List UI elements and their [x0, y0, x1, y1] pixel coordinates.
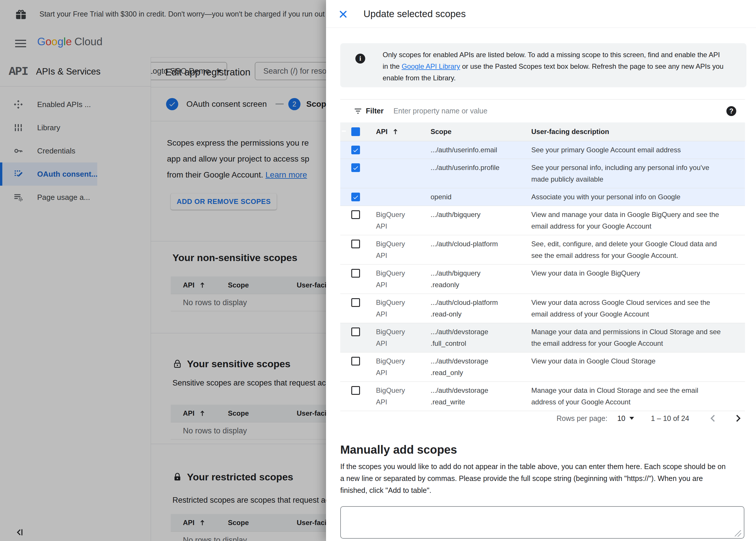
- filter-icon: [354, 107, 362, 116]
- scope-description-cell: See, edit, configure, and delete your Go…: [531, 235, 745, 264]
- column-header-scope[interactable]: Scope: [431, 128, 531, 136]
- scope-row[interactable]: .../auth/userinfo.emailSee your primary …: [340, 141, 745, 159]
- filter-input[interactable]: Enter property name or value: [393, 107, 726, 115]
- scope-row[interactable]: openidAssociate you with your personal i…: [340, 188, 745, 206]
- scope-row-checkbox-cell: [340, 382, 376, 411]
- scope-name-cell: .../auth/bigquery: [431, 206, 531, 235]
- scopes-table-body: .../auth/userinfo.emailSee your primary …: [340, 141, 745, 411]
- checkbox-unchecked[interactable]: [351, 210, 360, 219]
- scope-api-cell: BigQuery API: [376, 352, 431, 381]
- scope-description-cell: View and manage your data in Google BigQ…: [531, 206, 745, 235]
- sort-ascending-icon: [392, 128, 399, 136]
- close-icon[interactable]: [338, 9, 348, 19]
- scope-name-cell: openid: [431, 188, 531, 206]
- scope-description-cell: Manage your data in Cloud Storage and se…: [531, 382, 745, 411]
- update-selected-scopes-panel: Update selected scopes i Only scopes for…: [326, 0, 756, 541]
- scope-row[interactable]: .../auth/userinfo.profileSee your person…: [340, 159, 745, 188]
- checkbox-unchecked[interactable]: [351, 357, 360, 365]
- pagination-bar: Rows per page: 10 1 – 10 of 24: [340, 408, 745, 429]
- scope-row-checkbox-cell: [340, 265, 376, 293]
- scope-api-cell: BigQuery API: [376, 382, 431, 411]
- scope-name-cell: .../auth/devstorage .full_control: [431, 323, 531, 352]
- scope-api-cell: BigQuery API: [376, 323, 431, 352]
- scope-row-checkbox-cell: [340, 141, 376, 159]
- scopes-table: API Scope User-facing description .../au…: [340, 122, 745, 411]
- checkbox-checked[interactable]: [351, 163, 360, 172]
- help-icon[interactable]: ?: [726, 106, 736, 116]
- filter-label: Filter: [366, 107, 384, 115]
- checkbox-unchecked[interactable]: [351, 269, 360, 277]
- scope-api-cell: [376, 188, 431, 206]
- scope-name-cell: .../auth/cloud-platform: [431, 235, 531, 264]
- scope-api-cell: BigQuery API: [376, 265, 431, 293]
- scope-description-cell: Manage your data and permissions in Clou…: [531, 323, 745, 352]
- scope-row[interactable]: BigQuery API.../auth/bigquery .readonlyV…: [340, 265, 745, 294]
- scope-row-checkbox-cell: [340, 188, 376, 206]
- rows-per-page-label: Rows per page:: [557, 414, 607, 423]
- google-cloud-console: Start your Free Trial with $300 in credi…: [0, 0, 756, 541]
- scopes-table-header: API Scope User-facing description: [340, 122, 745, 141]
- scope-name-cell: .../auth/devstorage .read_only: [431, 352, 531, 381]
- checkbox-checked[interactable]: [351, 193, 360, 201]
- scope-description-cell: Associate you with your personal info on…: [531, 188, 745, 206]
- next-page-icon[interactable]: [733, 413, 743, 423]
- manual-scopes-textarea[interactable]: [340, 506, 744, 539]
- caret-down-icon: [629, 417, 634, 420]
- manually-add-scopes-title: Manually add scopes: [340, 443, 457, 456]
- scope-row[interactable]: BigQuery API.../auth/devstorage .full_co…: [340, 323, 745, 352]
- checkbox-unchecked[interactable]: [351, 386, 360, 395]
- checkbox-unchecked[interactable]: [351, 298, 360, 307]
- checkbox-unchecked[interactable]: [351, 327, 360, 336]
- filter-row: Filter Enter property name or value ?: [340, 99, 745, 122]
- scope-name-cell: .../auth/userinfo.email: [431, 141, 531, 159]
- scope-description-cell: View your data in Google BigQuery: [531, 265, 745, 293]
- column-header-description[interactable]: User-facing description: [531, 128, 745, 136]
- scope-name-cell: .../auth/userinfo.profile: [431, 159, 531, 188]
- scope-row-checkbox-cell: [340, 235, 376, 264]
- panel-title: Update selected scopes: [363, 0, 466, 28]
- scope-description-cell: See your personal info, including any pe…: [531, 159, 745, 188]
- info-banner: i Only scopes for enabled APIs are liste…: [340, 43, 746, 87]
- console-underlay: Start your Free Trial with $300 in credi…: [0, 0, 326, 541]
- scope-row[interactable]: BigQuery API.../auth/cloud-platformSee, …: [340, 235, 745, 265]
- scope-name-cell: .../auth/devstorage .read_write: [431, 382, 531, 411]
- scope-api-cell: BigQuery API: [376, 294, 431, 323]
- scope-api-cell: BigQuery API: [376, 235, 431, 264]
- checkbox-unchecked[interactable]: [351, 240, 360, 248]
- select-all-checkbox[interactable]: [351, 127, 360, 136]
- scope-row-checkbox-cell: [340, 159, 376, 188]
- info-icon: i: [355, 54, 365, 64]
- scope-row-checkbox-cell: [340, 206, 376, 235]
- scope-api-cell: [376, 141, 431, 159]
- manually-add-scopes-description: If the scopes you would like to add do n…: [340, 461, 731, 496]
- info-text: Only scopes for enabled APIs are listed …: [383, 49, 725, 84]
- previous-page-icon[interactable]: [708, 413, 718, 423]
- scope-row[interactable]: BigQuery API.../auth/devstorage .read_on…: [340, 352, 745, 382]
- modal-scrim[interactable]: [0, 0, 326, 541]
- scope-row[interactable]: BigQuery API.../auth/devstorage .read_wr…: [340, 382, 745, 411]
- scope-description-cell: See your primary Google Account email ad…: [531, 141, 745, 159]
- panel-header: Update selected scopes: [326, 0, 756, 28]
- scope-name-cell: .../auth/bigquery .readonly: [431, 265, 531, 293]
- scope-description-cell: View your data in Google Cloud Storage: [531, 352, 745, 381]
- scope-row-checkbox-cell: [340, 294, 376, 323]
- scope-api-cell: BigQuery API: [376, 206, 431, 235]
- scope-row[interactable]: BigQuery API.../auth/bigqueryView and ma…: [340, 206, 745, 235]
- pagination-range: 1 – 10 of 24: [651, 414, 689, 423]
- scope-row[interactable]: BigQuery API.../auth/cloud-platform .rea…: [340, 294, 745, 323]
- scope-name-cell: .../auth/cloud-platform .read-only: [431, 294, 531, 323]
- google-api-library-link[interactable]: Google API Library: [402, 62, 460, 70]
- scope-api-cell: [376, 159, 431, 188]
- rows-per-page-select[interactable]: 10: [617, 414, 634, 423]
- scope-description-cell: View your data across Google Cloud servi…: [531, 294, 745, 323]
- scope-row-checkbox-cell: [340, 323, 376, 352]
- checkbox-checked[interactable]: [351, 146, 360, 154]
- scope-row-checkbox-cell: [340, 352, 376, 381]
- column-header-api[interactable]: API: [376, 128, 431, 136]
